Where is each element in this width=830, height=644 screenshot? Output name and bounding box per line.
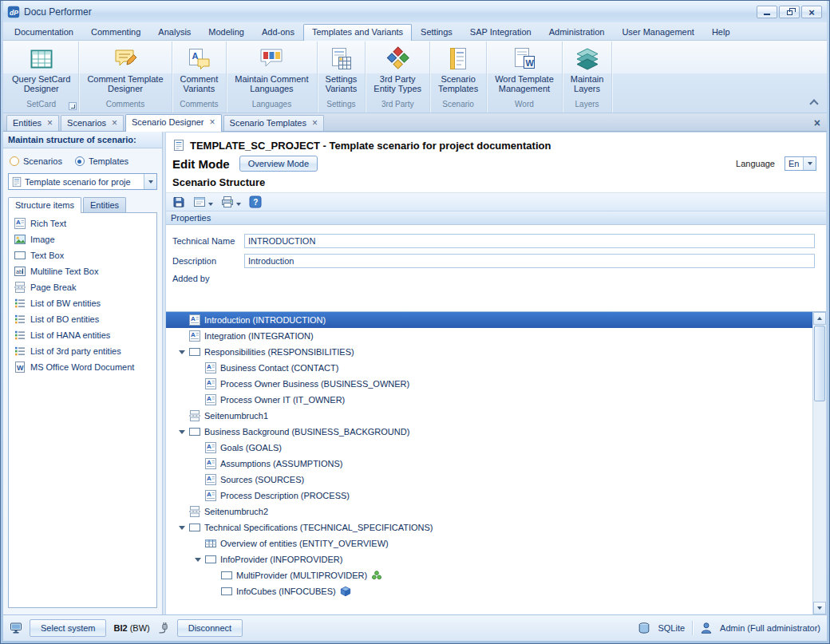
tree-item[interactable]: Overview of entities (ENTITY_OVERVIEW) — [166, 535, 812, 551]
scroll-down-button[interactable] — [813, 602, 826, 614]
tree-item[interactable]: Assumptions (ASSUMPTIONS) — [166, 456, 812, 472]
tree-item[interactable]: Responsibilities (RESPONSIBILITIES) — [166, 344, 812, 360]
tree-item[interactable]: InfoProvider (INFOPROVIDER) — [166, 551, 812, 567]
ribbon-tab[interactable]: Documentation — [6, 24, 82, 40]
tree-item[interactable]: Process Description (PROCESS) — [166, 488, 812, 504]
scrollbar-thumb[interactable] — [814, 326, 825, 401]
language-select[interactable]: En — [785, 156, 816, 171]
document-tab[interactable]: Scenario Templates — [223, 115, 324, 131]
tree-item[interactable]: Seitenumbruch1 — [166, 408, 812, 424]
tree-item[interactable]: Introduction (INTRODUCTION) — [166, 312, 812, 328]
panel-tab[interactable]: Entities — [83, 197, 126, 212]
document-tab[interactable]: Scenario Designer — [125, 114, 222, 132]
tree-item[interactable]: Goals (GOALS) — [166, 440, 812, 456]
document-tab[interactable]: Scenarios — [61, 115, 124, 131]
panel-tab-label: Entities — [90, 200, 119, 210]
save-button[interactable] — [170, 194, 188, 210]
tree-item[interactable]: Integration (INTEGRATION) — [166, 328, 812, 344]
ribbon-group-caption: SetCard — [5, 100, 77, 113]
tree-expander-icon[interactable] — [176, 350, 188, 354]
print-export-button[interactable] — [219, 194, 243, 210]
tab-close-icon[interactable] — [312, 118, 318, 128]
ribbon-tab-label: Commenting — [91, 27, 140, 37]
tab-close-icon[interactable] — [112, 118, 117, 128]
dropdown-caret-icon[interactable] — [236, 195, 241, 209]
structure-item[interactable]: MS Office Word Document — [10, 359, 155, 375]
collapse-ribbon-button[interactable] — [808, 97, 820, 107]
dialog-launcher-icon[interactable] — [69, 102, 77, 110]
help-button[interactable] — [247, 194, 264, 210]
tabstrip-close-icon[interactable] — [814, 116, 820, 130]
structure-item[interactable]: Page Break — [10, 279, 155, 295]
ribbon-button[interactable]: MaintainLayers — [563, 41, 611, 100]
ribbon-group: Query SetCardDesigner SetCard — [4, 41, 79, 113]
radio-option[interactable]: Scenarios — [10, 156, 62, 166]
structure-item[interactable]: List of 3rd party entities — [10, 343, 155, 359]
overview-mode-button[interactable]: Overview Mode — [239, 156, 318, 172]
ribbon-tab[interactable]: Administration — [540, 24, 614, 40]
ribbon-tab[interactable]: Analysis — [149, 24, 200, 40]
ribbon-tab[interactable]: SAP Integration — [461, 24, 540, 40]
tree-expander-icon[interactable] — [176, 526, 188, 530]
close-button[interactable] — [801, 6, 822, 18]
ribbon-button[interactable]: CommentVariants — [173, 41, 226, 100]
ribbon-button[interactable]: Maintain CommentLanguages — [227, 41, 315, 100]
ribbon-tab-label: SAP Integration — [470, 27, 532, 37]
ribbon-tab[interactable]: User Management — [613, 24, 703, 40]
scroll-up-button[interactable] — [813, 312, 826, 325]
tree-item[interactable]: Business Contact (CONTACT) — [166, 360, 812, 376]
tree-item[interactable]: Business Background (BUSINESS_BACKGROUND… — [166, 424, 812, 440]
ribbon-button[interactable]: SettingsVariants — [318, 41, 365, 100]
dropdown-arrow-button[interactable] — [144, 174, 156, 189]
tree-item[interactable]: Process Owner IT (IT_OWNER) — [166, 392, 812, 408]
dropdown-caret-icon[interactable] — [208, 195, 213, 209]
ribbon-button[interactable]: ScenarioTemplates — [431, 41, 485, 100]
ribbon-button[interactable]: 3rd PartyEntity Types — [366, 41, 429, 100]
structure-item[interactable]: List of BO entities — [10, 311, 155, 327]
tree-item[interactable]: InfoCubes (INFOCUBES) — [166, 583, 812, 599]
tree-item[interactable]: Technical Specifications (TECHNICAL_SPEC… — [166, 520, 812, 535]
tab-close-icon[interactable] — [47, 118, 53, 128]
panel-tab[interactable]: Structure items — [8, 197, 81, 213]
ribbon-tab[interactable]: Help — [703, 24, 739, 40]
tree-expander-icon[interactable] — [176, 430, 188, 434]
ribbon-tab[interactable]: Templates and Variants — [303, 24, 412, 41]
ribbon-button[interactable]: Query SetCardDesigner — [5, 41, 77, 100]
tree-item-icon — [204, 362, 217, 374]
tree-item[interactable]: MultiProvider (MULTIPROVIDER) — [166, 567, 812, 583]
ribbon-tab[interactable]: Add-ons — [253, 24, 303, 40]
minimize-button[interactable] — [757, 6, 777, 18]
restore-button[interactable] — [779, 6, 800, 18]
display-options-button[interactable] — [191, 194, 215, 210]
structure-item[interactable]: Multiline Text Box — [10, 263, 155, 279]
structure-item[interactable]: List of HANA entities — [10, 327, 155, 343]
ribbon-tab[interactable]: Commenting — [82, 24, 149, 40]
radio-icon — [10, 156, 19, 166]
template-selector[interactable]: Template scenario for proje — [8, 173, 157, 190]
tree-item[interactable]: Sources (SOURCES) — [166, 472, 812, 488]
tree-item[interactable]: Seitenumbruch2 — [166, 504, 812, 520]
radio-option[interactable]: Templates — [75, 156, 128, 166]
structure-item[interactable]: List of BW entities — [10, 295, 155, 311]
structure-item[interactable]: Text Box — [10, 247, 155, 263]
document-tab-label: Scenarios — [67, 118, 106, 128]
tree-item[interactable]: Process Owner Business (BUSINESS_OWNER) — [166, 376, 812, 392]
structure-item[interactable]: Rich Text — [10, 215, 155, 231]
disconnect-button[interactable]: Disconnect — [177, 619, 243, 637]
select-system-button[interactable]: Select system — [30, 619, 106, 637]
ribbon-tab-label: Modeling — [208, 27, 244, 37]
technical-name-input[interactable] — [244, 234, 815, 248]
ribbon-tab[interactable]: Settings — [412, 24, 461, 40]
structure-item-label: List of BW entities — [30, 298, 101, 308]
language-dropdown-button[interactable] — [803, 157, 816, 170]
ribbon-button[interactable]: Word TemplateManagement — [488, 41, 561, 100]
ribbon-tab-label: Help — [712, 27, 730, 37]
tree-scrollbar[interactable] — [812, 312, 826, 614]
ribbon-button[interactable]: Comment TemplateDesigner — [80, 41, 170, 100]
structure-item[interactable]: Image — [10, 231, 155, 247]
description-input[interactable] — [244, 254, 815, 268]
tab-close-icon[interactable] — [210, 117, 215, 127]
ribbon-tab[interactable]: Modeling — [200, 24, 253, 40]
tree-expander-icon[interactable] — [192, 558, 204, 562]
document-tab[interactable]: Entities — [6, 115, 59, 131]
